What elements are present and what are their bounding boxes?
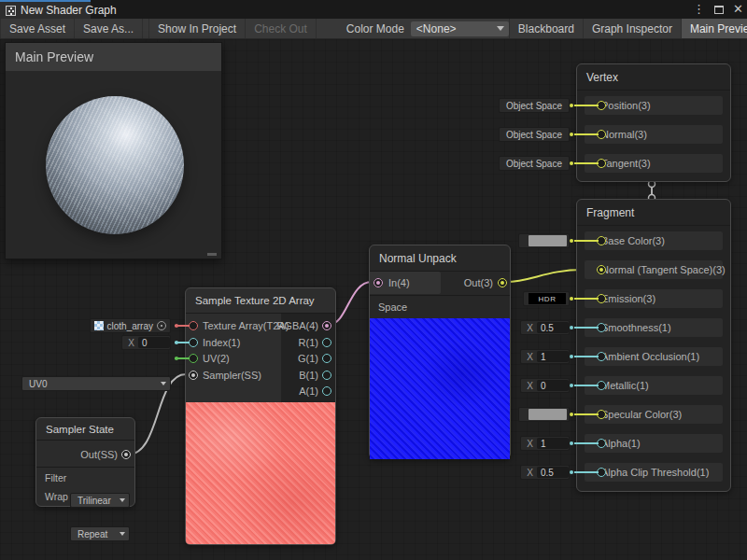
vertex-node[interactable]: Vertex Position(3) Object Space Normal(3… — [576, 63, 731, 182]
window-maximize-icon[interactable] — [714, 6, 724, 14]
texture-name: cloth_array — [107, 321, 153, 331]
normal-unpack-title[interactable]: Normal Unpack — [370, 245, 510, 272]
filter-value: Trilinear — [78, 496, 111, 506]
port-label: B(1) — [299, 370, 318, 381]
vertex-node-title[interactable]: Vertex — [577, 64, 730, 91]
a-port[interactable] — [322, 386, 331, 396]
ambient-occlusion-float-field[interactable]: X 1 — [520, 349, 570, 364]
color-mode-value: <None> — [416, 22, 457, 35]
alpha-clip-threshold-widget-dot — [570, 470, 573, 474]
normal-map-preview — [370, 318, 510, 459]
out-ss-port[interactable] — [121, 450, 131, 459]
preview-sphere[interactable] — [46, 96, 184, 234]
port-label: Emission(3) — [601, 293, 655, 304]
blackboard-toggle-button[interactable]: Blackboard — [509, 19, 584, 38]
tab-new-shader-graph[interactable]: New Shader Graph — [0, 0, 91, 19]
position-widget-dot — [570, 104, 573, 107]
normal-space-selector[interactable]: Object Space — [499, 127, 570, 142]
filter-label-text: Filter — [45, 472, 66, 483]
g-port[interactable] — [322, 354, 331, 363]
float-value[interactable]: 0 — [537, 380, 569, 391]
float-value[interactable]: 0.5 — [537, 322, 569, 333]
r-port[interactable] — [322, 338, 331, 347]
texture-array-object-field[interactable]: cloth_array — [90, 318, 171, 333]
x-label: X — [122, 338, 138, 348]
shader-graph-window: New Shader Graph ⋮ ✕ Save Asset Save As.… — [0, 0, 747, 560]
window-close-icon[interactable]: ✕ — [733, 0, 743, 19]
texture-array-port[interactable] — [189, 321, 198, 330]
normal-tangent-port[interactable] — [597, 265, 606, 274]
texture-array-widget-dot — [175, 324, 178, 328]
specular-color-swatch[interactable] — [518, 407, 570, 422]
port-label: RGBA(4) — [276, 320, 318, 331]
wrap-dropdown[interactable]: Repeat — [70, 526, 130, 541]
float-value[interactable]: 1 — [537, 351, 569, 362]
port-label: UV(2) — [203, 353, 230, 364]
smoothness-float-field[interactable]: X 0.5 — [520, 320, 570, 335]
panel-resize-grip[interactable] — [207, 253, 217, 256]
main-preview-panel-title[interactable]: Main Preview — [6, 43, 221, 71]
emission-hdr-color-field[interactable]: HDR — [523, 291, 570, 306]
uv-channel-dropdown[interactable]: UV0 — [21, 376, 171, 391]
port-label: Specular Color(3) — [601, 409, 682, 420]
main-preview-panel: Main Preview — [5, 42, 222, 259]
color-mode-dropdown[interactable]: <None> — [411, 21, 509, 36]
sample-node-title[interactable]: Sample Texture 2D Array — [186, 288, 335, 314]
emission-stub — [574, 298, 599, 300]
port-label: Normal(3) — [601, 129, 647, 140]
space-label: Space — [378, 300, 407, 315]
tab-strip: New Shader Graph ⋮ ✕ — [0, 0, 747, 19]
input-sampler: Sampler(SS) — [203, 368, 261, 383]
fragment-node-title[interactable]: Fragment — [577, 200, 730, 226]
metallic-stub — [574, 385, 599, 386]
b-port[interactable] — [322, 371, 331, 380]
normal-unpack-node[interactable]: Normal Unpack In(4) Out(3) Space Tangent — [369, 245, 511, 459]
float-value[interactable]: 0 — [138, 337, 170, 348]
rgba-port[interactable] — [322, 321, 331, 330]
port-label: R(1) — [299, 337, 318, 348]
check-out-button: Check Out — [246, 19, 317, 38]
port-label: G(1) — [298, 353, 318, 364]
alpha-clip-threshold-float-field[interactable]: X 0.5 — [520, 465, 570, 480]
port-label: Smoothness(1) — [601, 322, 671, 333]
preview-viewport[interactable] — [6, 71, 221, 259]
input-index: Index(1) — [203, 335, 240, 350]
save-asset-button[interactable]: Save Asset — [0, 19, 75, 38]
show-in-project-button[interactable]: Show In Project — [148, 19, 246, 38]
float-value[interactable]: 1 — [537, 438, 569, 449]
base-color-swatch[interactable] — [518, 233, 570, 248]
in-port[interactable] — [374, 278, 383, 287]
object-picker-icon[interactable] — [157, 321, 166, 330]
metallic-float-field[interactable]: X 0 — [520, 378, 570, 393]
sampler-state-node[interactable]: Sampler State Out(SS) Filter Trilinear W… — [35, 417, 135, 507]
index-widget-dot — [175, 341, 178, 344]
ambient-occlusion-stub — [574, 356, 599, 357]
window-controls: ⋮ ✕ — [693, 0, 743, 19]
main-preview-toggle-button[interactable]: Main Preview — [682, 19, 747, 38]
tangent-space-selector[interactable]: Object Space — [499, 156, 570, 171]
panel-title-text: Main Preview — [15, 49, 93, 64]
graph-inspector-toggle-button[interactable]: Graph Inspector — [584, 19, 682, 38]
index-port[interactable] — [189, 338, 198, 347]
dropdown-arrow-icon — [120, 498, 125, 502]
texture-thumbnail-icon — [94, 321, 104, 330]
filter-dropdown[interactable]: Trilinear — [70, 493, 130, 508]
alpha-float-field[interactable]: X 1 — [520, 436, 570, 451]
index-float-field[interactable]: X 0 — [121, 335, 171, 350]
uv-port[interactable] — [189, 354, 198, 363]
out-port[interactable] — [498, 278, 507, 287]
uv-channel-value: UV0 — [29, 379, 47, 389]
normal-widget-dot — [570, 133, 573, 136]
save-as-button[interactable]: Save As... — [75, 19, 143, 38]
x-label: X — [521, 468, 537, 478]
fragment-node[interactable]: Fragment Base Color(3) Normal (Tangent S… — [576, 199, 731, 492]
sampler-state-title[interactable]: Sampler State — [36, 418, 134, 441]
sampler-port[interactable] — [189, 371, 198, 380]
wrap-label-text: Wrap — [45, 491, 68, 502]
port-label: Out(3) — [464, 277, 493, 288]
window-menu-icon[interactable]: ⋮ — [693, 0, 705, 19]
position-space-selector[interactable]: Object Space — [499, 98, 570, 113]
float-value[interactable]: 0.5 — [537, 467, 569, 478]
x-label: X — [521, 381, 537, 391]
sample-texture-2d-array-node[interactable]: Sample Texture 2D Array Texture Array(T2… — [185, 287, 336, 545]
